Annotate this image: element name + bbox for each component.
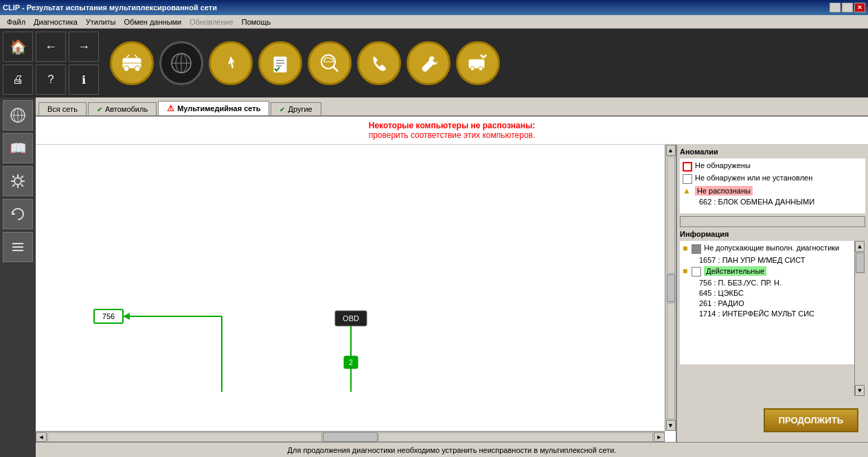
menu-diagnostics[interactable]: Диагностика	[30, 16, 82, 27]
anomaly-item-3: ▲ Не распознаны	[683, 186, 863, 196]
car-check-button[interactable]	[456, 41, 500, 85]
help-button[interactable]: ?	[36, 65, 66, 95]
info-item-7: 1714 : ИНТЕРФЕЙС МУЛЬТ СИС	[683, 309, 863, 318]
network-button[interactable]	[159, 41, 203, 85]
nav-book[interactable]: 📖	[3, 133, 33, 163]
tab-other-check: ✔	[279, 106, 285, 113]
network-diagram[interactable]: 756 OBD 2 645	[36, 145, 676, 442]
svg-line-5	[135, 55, 137, 58]
info-item-4: 756 : П. БЕЗ./УС. ПР. Н.	[683, 279, 863, 287]
side-nav: 📖	[0, 97, 36, 457]
info-box-1	[692, 244, 701, 254]
continue-button[interactable]: ПРОДОЛЖИТЬ	[764, 408, 858, 432]
info-text-1: Не допускающие выполн. диагностики	[704, 244, 839, 252]
search-car-button[interactable]	[308, 41, 352, 85]
minimize-button[interactable]: _	[830, 3, 841, 12]
info-section: Информация ■ Не допускающие выполн. диаг…	[677, 227, 868, 399]
title-bar: CLIP - Результат испытания мультиплексир…	[0, 0, 868, 15]
phone-button[interactable]	[357, 41, 401, 85]
info-text-3: Действительные	[704, 266, 766, 276]
warning-message: Некоторые компьютеры не распознаны: пров…	[36, 117, 868, 145]
print-button[interactable]: 🖨	[3, 65, 33, 95]
anomalies-section: Аномалии Не обнаружены Не обнаружен или …	[677, 145, 868, 216]
home-button[interactable]: 🏠	[3, 32, 33, 62]
info-box-2	[692, 267, 701, 277]
info-list-container: ■ Не допускающие выполн. диагностики 165…	[680, 241, 865, 396]
info-item-1: ■ Не допускающие выполн. диагностики	[683, 244, 863, 254]
anomaly-box-1	[683, 162, 692, 172]
anomaly-warning-icon: ▲	[683, 186, 691, 196]
tab-multimedia-warning: ⚠	[167, 104, 174, 113]
wrench-button[interactable]	[407, 41, 450, 85]
anomaly-text-2: Не обнаружен или не установлен	[695, 174, 812, 182]
tab-all-network[interactable]: Вся сеть	[38, 102, 87, 115]
info-bullet-1: ■	[683, 244, 687, 253]
checklist-button[interactable]	[258, 41, 302, 85]
info-item-5: 645 : ЦЭКБС	[683, 289, 863, 297]
continue-btn-container: ПРОДОЛЖИТЬ	[677, 399, 868, 442]
info-title: Информация	[680, 230, 865, 238]
diagram-area: 756 OBD 2 645	[36, 145, 868, 442]
nav-refresh[interactable]	[3, 199, 33, 229]
warning-line1: Некоторые компьютеры не распознаны:	[40, 121, 864, 130]
info-text-5: 645 : ЦЭКБС	[699, 289, 744, 297]
svg-point-18	[479, 67, 483, 71]
close-button[interactable]: ✕	[854, 3, 865, 12]
info-item-6: 261 : РАДИО	[683, 299, 863, 307]
tab-car-check: ✔	[97, 106, 102, 113]
toolbar: 🏠 ← → 🖨 ? ℹ	[0, 29, 868, 97]
anomaly-text-1: Не обнаружены	[695, 161, 751, 169]
info-text-4: 756 : П. БЕЗ./УС. ПР. Н.	[699, 279, 781, 287]
info-scrollbar[interactable]: ▲ ▼	[854, 241, 865, 396]
info-button[interactable]: ℹ	[69, 65, 99, 95]
menu-update: Обновление	[185, 16, 238, 27]
info-text-6: 261 : РАДИО	[699, 299, 744, 307]
tab-other[interactable]: ✔ Другие	[271, 102, 321, 115]
info-list: ■ Не допускающие выполн. диагностики 165…	[680, 241, 865, 364]
right-panel: Аномалии Не обнаружены Не обнаружен или …	[676, 145, 868, 442]
info-item-2: 1657 : ПАН УПР М/МЕД СИСТ	[683, 256, 863, 264]
info-item-3: ■ Действительные	[683, 266, 863, 277]
info-bullet-2: ■	[683, 266, 687, 276]
anomalies-title: Аномалии	[680, 148, 865, 156]
info-text-2: 1657 : ПАН УПР М/МЕД СИСТ	[699, 256, 806, 264]
back-button[interactable]: ←	[36, 32, 66, 62]
svg-text:756: 756	[102, 312, 115, 320]
menu-file[interactable]: Файл	[3, 16, 30, 27]
forward-button[interactable]: →	[69, 32, 99, 62]
horizontal-scrollbar[interactable]: ◄ ►	[36, 431, 665, 442]
tab-car-label: Автомобиль	[105, 105, 148, 113]
tab-all-network-label: Вся сеть	[47, 105, 78, 113]
svg-point-1	[124, 66, 129, 71]
info-text-7: 1714 : ИНТЕРФЕЙС МУЛЬТ СИС	[699, 309, 814, 318]
diagram-svg: 756 OBD 2 645	[36, 145, 558, 392]
tabs-bar: Вся сеть ✔ Автомобиль ⚠ Мультимедийная с…	[36, 97, 868, 117]
anomalies-scrollbar[interactable]	[680, 216, 865, 227]
toolbar-main-icons	[107, 38, 503, 88]
warning-line2: проверить соответствие этих компьютеров.	[40, 130, 864, 140]
anomaly-item-2: Не обнаружен или не установлен	[683, 174, 863, 184]
anomaly-item-1: Не обнаружены	[683, 161, 863, 172]
menu-help[interactable]: Помощь	[238, 16, 275, 27]
nav-list[interactable]	[3, 232, 33, 262]
svg-line-4	[126, 55, 129, 58]
maximize-button[interactable]: □	[842, 3, 853, 12]
toolbar-nav-buttons: 🏠 ← → 🖨 ? ℹ	[3, 32, 99, 95]
tab-car[interactable]: ✔ Автомобиль	[88, 102, 157, 115]
center-layout: Вся сеть ✔ Автомобиль ⚠ Мультимедийная с…	[36, 97, 868, 457]
nav-settings[interactable]	[3, 166, 33, 196]
menu-data-exchange[interactable]: Обмен данными	[120, 16, 186, 27]
touch-button[interactable]	[209, 41, 253, 85]
bottom-message: Для продолжения диагностики необходимо у…	[36, 442, 868, 457]
vertical-scrollbar[interactable]: ▲ ▼	[665, 145, 676, 431]
anomaly-text-3: Не распознаны	[695, 186, 753, 196]
anomaly-list: Не обнаружены Не обнаружен или не устано…	[680, 159, 865, 213]
nav-network[interactable]	[3, 100, 33, 130]
svg-text:OBD: OBD	[343, 314, 359, 323]
car-diagnostics-button[interactable]	[110, 41, 154, 85]
tab-multimedia[interactable]: ⚠ Мультимедийная сеть	[158, 101, 269, 115]
window-title: CLIP - Результат испытания мультиплексир…	[3, 3, 217, 12]
anomaly-item-4: 662 : БЛОК ОБМЕНА ДАННЫМИ	[683, 198, 863, 206]
svg-point-17	[470, 67, 475, 71]
menu-utilities[interactable]: Утилиты	[82, 16, 120, 27]
